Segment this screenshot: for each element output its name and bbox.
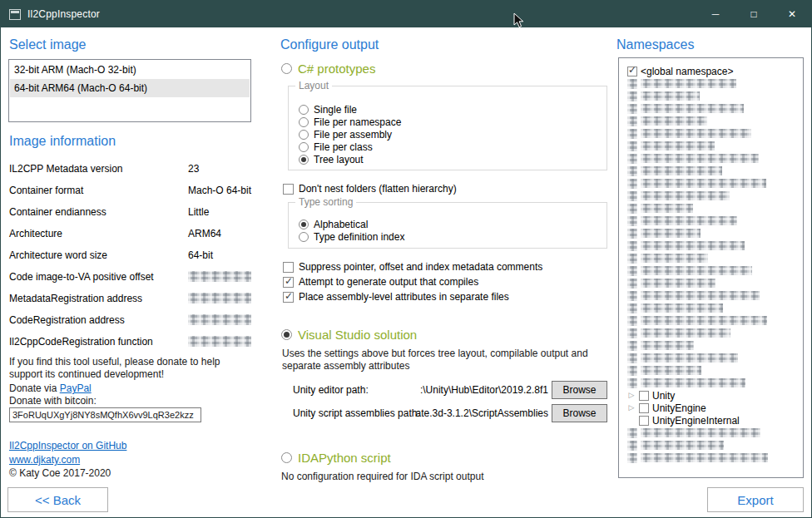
titlebar[interactable]: Il2CppInspector ─ □ ✕ — [1, 1, 811, 27]
namespace-list[interactable]: <global namespace>▷Unity▷UnityEngineUnit… — [618, 57, 804, 478]
info-label: Code image-to-VA positive offset — [9, 271, 154, 283]
output-checkbox[interactable]: Place assembly-level attributes in separ… — [283, 289, 542, 304]
radio-icon — [299, 220, 309, 229]
namespace-item — [627, 127, 798, 140]
website-link[interactable]: www.djkaty.com — [9, 454, 80, 466]
radio-icon — [299, 142, 309, 152]
info-label: Il2CppCodeRegistration function — [9, 336, 153, 348]
namespace-checkbox[interactable] — [639, 391, 649, 401]
namespace-item — [627, 140, 798, 152]
redacted-namespace-label — [641, 441, 724, 450]
option-label: File per class — [314, 141, 373, 153]
back-button[interactable]: << Back — [7, 487, 108, 512]
donate-via-text: Donate via PayPal — [9, 382, 92, 394]
redacted-checkbox — [627, 441, 637, 451]
option-label: Type definition index — [314, 231, 404, 243]
expander-icon[interactable]: ▷ — [627, 402, 636, 414]
redacted-checkbox — [627, 229, 637, 239]
info-row: Container formatMach-O 64-bit — [9, 180, 252, 202]
info-row: Code image-to-VA positive offset — [9, 267, 252, 289]
namespace-checkbox[interactable] — [639, 416, 649, 426]
redacted-checkbox — [627, 428, 637, 438]
redacted-namespace-label — [641, 179, 766, 188]
redacted-checkbox — [627, 279, 637, 289]
info-value: 64-bit — [188, 249, 213, 261]
visual-studio-radio[interactable]: Visual Studio solution — [281, 328, 417, 342]
namespace-item — [627, 327, 798, 339]
namespace-checkbox[interactable] — [627, 67, 637, 76]
redacted-namespace-label — [641, 279, 715, 288]
namespace-item[interactable]: <global namespace> — [627, 65, 798, 77]
checkbox-icon — [283, 292, 294, 303]
layout-option[interactable]: File per namespace — [299, 116, 401, 128]
layout-option[interactable]: Single file — [299, 103, 401, 116]
vs-description: Uses the settings above but forces tree … — [282, 348, 611, 372]
window-title: Il2CppInspector — [27, 8, 100, 20]
namespace-item — [627, 314, 798, 327]
namespace-item[interactable]: ▷UnityEngine — [627, 402, 798, 414]
image-list-item[interactable]: 64-bit ARM64 (Mach-O 64-bit) — [10, 79, 250, 97]
paypal-link[interactable]: PayPal — [60, 382, 92, 394]
namespace-item — [627, 227, 798, 239]
redacted-namespace-label — [641, 229, 701, 238]
namespace-label: UnityEngineInternal — [652, 415, 740, 427]
flatten-hierarchy-checkbox[interactable]: Don't nest folders (flatten hierarchy) — [283, 182, 457, 195]
namespace-item — [627, 190, 798, 202]
redacted-namespace-label — [641, 204, 693, 213]
unity-script-browse-button[interactable]: Browse — [552, 404, 607, 422]
namespace-item[interactable]: UnityEngineInternal — [627, 414, 798, 427]
github-link[interactable]: Il2CppInspector on GitHub — [9, 440, 126, 451]
layout-option[interactable]: File per assembly — [299, 128, 401, 141]
redacted-checkbox — [627, 179, 637, 189]
window-controls: ─ □ ✕ — [696, 1, 811, 27]
minimize-button[interactable]: ─ — [696, 1, 735, 27]
redacted-namespace-label — [641, 328, 730, 338]
namespace-item — [627, 451, 798, 464]
namespace-item[interactable]: ▷Unity — [627, 389, 798, 402]
redacted-namespace-label — [641, 166, 722, 175]
redacted-checkbox — [627, 79, 637, 89]
namespace-label: UnityEngine — [652, 402, 706, 414]
unity-editor-path-label: Unity editor path: — [293, 384, 369, 396]
info-label: CodeRegistration address — [9, 314, 125, 326]
namespace-item — [627, 352, 798, 364]
radio-icon — [299, 155, 309, 165]
redacted-checkbox — [627, 241, 637, 251]
idapython-radio[interactable]: IDAPython script — [281, 451, 391, 465]
namespace-item — [627, 165, 798, 177]
image-list-item[interactable]: 32-bit ARM (Mach-O 32-bit) — [10, 61, 250, 79]
layout-option[interactable]: Tree layout — [299, 153, 401, 165]
csharp-prototypes-radio[interactable]: C# prototypes — [281, 62, 375, 76]
info-value: Mach-O 64-bit — [188, 185, 251, 196]
image-listbox[interactable]: 32-bit ARM (Mach-O 32-bit)64-bit ARM64 (… — [8, 59, 251, 122]
layout-option[interactable]: File per class — [299, 141, 401, 153]
bitcoin-address-input[interactable] — [9, 407, 201, 422]
option-label: Alphabetical — [314, 219, 368, 230]
redacted-checkbox — [627, 191, 637, 201]
info-label: MetadataRegistration address — [9, 293, 142, 304]
export-button[interactable]: Export — [707, 487, 804, 512]
expander-icon[interactable]: ▷ — [627, 389, 636, 402]
output-checkbox[interactable]: Attempt to generate output that compiles — [283, 274, 542, 289]
checkbox-label: Suppress pointer, offset and index metad… — [299, 261, 542, 273]
redacted-checkbox — [627, 129, 637, 139]
namespace-item — [627, 364, 798, 377]
radio-icon — [299, 232, 309, 242]
redacted-checkbox — [627, 353, 637, 363]
namespace-item — [627, 264, 798, 277]
info-row: ArchitectureARM64 — [9, 224, 252, 245]
checkbox-label: Don't nest folders (flatten hierarchy) — [299, 183, 457, 195]
namespace-item — [627, 77, 798, 90]
namespace-checkbox[interactable] — [639, 403, 649, 413]
radio-label: IDAPython script — [298, 451, 391, 465]
type-sorting-option[interactable]: Alphabetical — [299, 218, 404, 230]
donate-via-label: Donate via — [9, 382, 60, 394]
unity-editor-browse-button[interactable]: Browse — [552, 381, 607, 399]
output-checkbox[interactable]: Suppress pointer, offset and index metad… — [283, 259, 542, 274]
type-sorting-option[interactable]: Type definition index — [299, 230, 404, 243]
maximize-button[interactable]: □ — [735, 1, 773, 27]
redacted-namespace-label — [641, 366, 701, 375]
redacted-checkbox — [627, 341, 637, 351]
namespace-label: <global namespace> — [641, 66, 733, 77]
close-button[interactable]: ✕ — [773, 1, 811, 27]
